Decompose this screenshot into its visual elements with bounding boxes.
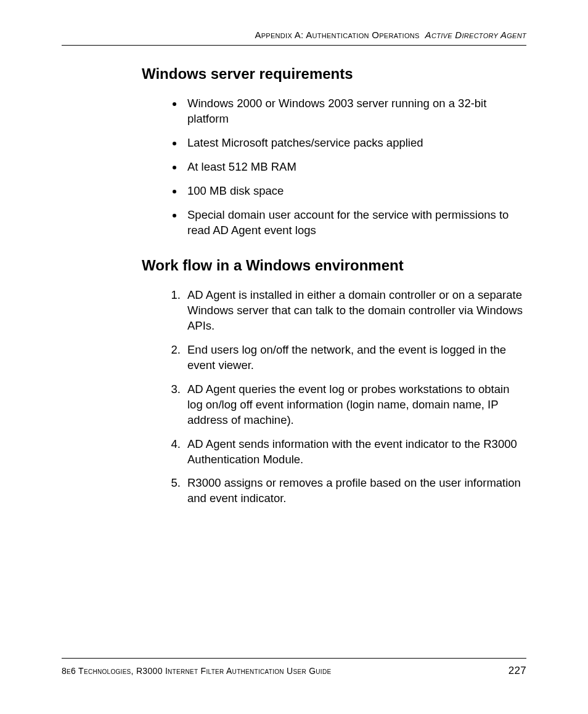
- list-item: At least 512 MB RAM: [184, 160, 526, 175]
- list-item: AD Agent sends information with the even…: [184, 437, 526, 468]
- list-item: Latest Microsoft patches/service packs a…: [184, 136, 526, 151]
- heading-work-flow: Work flow in a Windows environment: [142, 257, 526, 274]
- list-item: AD Agent is installed in either a domain…: [184, 288, 526, 334]
- footer-text: 8e6 Technologies, R3000 Internet Filter …: [62, 666, 331, 676]
- list-item: Special domain user account for the serv…: [184, 208, 526, 238]
- list-item: R3000 assigns or removes a profile based…: [184, 476, 526, 506]
- list-item: AD Agent queries the event log or probes…: [184, 382, 526, 428]
- workflow-list: AD Agent is installed in either a domain…: [142, 288, 526, 507]
- list-item: End users log on/off the network, and th…: [184, 343, 526, 373]
- requirements-list: Windows 2000 or Windows 2003 server runn…: [142, 96, 526, 238]
- header-section: Appendix A: Authentication Operations: [255, 30, 419, 40]
- list-item: Windows 2000 or Windows 2003 server runn…: [184, 96, 526, 127]
- document-page: Appendix A: Authentication Operations Ac…: [0, 0, 588, 714]
- list-item: 100 MB disk space: [184, 184, 526, 199]
- running-header: Appendix A: Authentication Operations Ac…: [62, 30, 526, 46]
- header-subsection: Active Directory Agent: [425, 30, 526, 40]
- page-content: Windows server requirements Windows 2000…: [62, 46, 526, 506]
- running-footer: 8e6 Technologies, R3000 Internet Filter …: [62, 658, 526, 677]
- heading-windows-server-requirements: Windows server requirements: [142, 65, 526, 83]
- page-number: 227: [508, 665, 526, 677]
